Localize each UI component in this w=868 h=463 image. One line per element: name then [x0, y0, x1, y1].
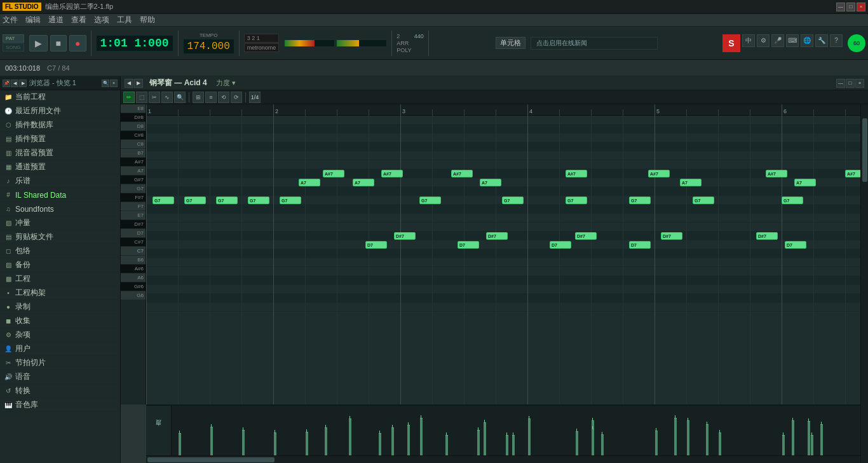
- sidebar-item-collect[interactable]: ◼收集: [0, 314, 120, 328]
- note-17[interactable]: G7: [566, 197, 587, 204]
- sidebar-item-speech[interactable]: 🔊语音: [0, 370, 120, 384]
- v-scroll-thumb[interactable]: [862, 118, 867, 182]
- zoom-tool[interactable]: 🔍: [174, 92, 186, 103]
- piano-key-Gs6[interactable]: G#6: [121, 282, 146, 291]
- piano-key-A6[interactable]: A6: [121, 273, 146, 282]
- chinese-input[interactable]: 中: [742, 34, 755, 47]
- erase-tool[interactable]: ✂: [149, 92, 160, 103]
- note-5[interactable]: A7: [299, 179, 320, 186]
- snap-button[interactable]: ⊞: [193, 92, 204, 103]
- piano-key-Ds7[interactable]: D#7: [121, 220, 146, 229]
- piano-key-Ds8[interactable]: D#8: [121, 113, 146, 122]
- note-10[interactable]: D#7: [394, 232, 416, 240]
- unit-selector[interactable]: 单元格: [496, 37, 526, 49]
- close-button[interactable]: ×: [857, 3, 865, 11]
- sidebar-nav-right[interactable]: ▶: [19, 79, 27, 87]
- pr-max-button[interactable]: □: [846, 79, 855, 88]
- piano-key-As6[interactable]: A#6: [121, 265, 146, 273]
- minimize-button[interactable]: —: [836, 3, 845, 11]
- sidebar-item-project-arch[interactable]: ▪工程构架: [0, 286, 120, 300]
- note-15[interactable]: D#7: [486, 232, 508, 240]
- sidebar-item-clipboard-files[interactable]: ▤剪贴板文件: [0, 230, 120, 244]
- note-7[interactable]: A7: [353, 179, 374, 186]
- menu-help[interactable]: 帮助: [140, 15, 155, 25]
- piano-key-E7[interactable]: E7: [121, 211, 146, 220]
- sidebar-item-backlog[interactable]: ▧冲量: [0, 216, 120, 230]
- redo-button[interactable]: ⟳: [231, 92, 242, 103]
- note-11[interactable]: G7: [419, 197, 441, 204]
- piano-key-Cs7[interactable]: C#7: [121, 238, 146, 247]
- menu-tools[interactable]: 工具: [117, 15, 132, 25]
- note-grid[interactable]: 123456 G7G7G7G7G7A7A#7A7A#7D7D#7G7A#7A7D…: [146, 104, 860, 404]
- piano-key-D8[interactable]: D8: [121, 122, 146, 131]
- note-31[interactable]: D7: [785, 241, 806, 249]
- piano-key-B7[interactable]: B7: [121, 149, 146, 158]
- settings-icon[interactable]: ⚙: [757, 34, 770, 47]
- sidebar-item-il-shared-data[interactable]: #IL Shared Data: [0, 188, 120, 202]
- piano-key-E8[interactable]: E8: [121, 104, 146, 113]
- detuning-tool[interactable]: ∿: [161, 92, 173, 103]
- pr-scrollbar-h[interactable]: [146, 455, 860, 463]
- maximize-button[interactable]: □: [846, 3, 855, 11]
- note-30[interactable]: D#7: [756, 232, 778, 240]
- h-scroll-thumb[interactable]: [147, 457, 275, 462]
- menu-edit[interactable]: 编辑: [25, 15, 41, 25]
- note-9[interactable]: D7: [365, 241, 387, 249]
- sidebar-item-convert[interactable]: ↺转换: [0, 384, 120, 398]
- menu-channel[interactable]: 通道: [48, 15, 64, 25]
- menu-options[interactable]: 选项: [94, 15, 109, 25]
- piano-key-C7[interactable]: C7: [121, 247, 146, 256]
- note-0[interactable]: G7: [153, 197, 174, 204]
- grid-snap-button[interactable]: 1/4: [249, 92, 261, 103]
- sidebar-item-users[interactable]: 👤用户: [0, 342, 120, 356]
- sidebar-item-project[interactable]: ▩工程: [0, 272, 120, 286]
- online-news[interactable]: 点击启用在线新闻: [531, 37, 658, 50]
- piano-key-G7[interactable]: G7: [121, 184, 146, 193]
- pr-scrollbar-v[interactable]: [860, 104, 868, 463]
- note-1[interactable]: G7: [184, 197, 206, 204]
- note-21[interactable]: G7: [629, 197, 651, 204]
- play-button[interactable]: ▶: [29, 35, 48, 52]
- piano-key-Fs7[interactable]: F#7: [121, 193, 146, 202]
- sidebar-item-plugin-db[interactable]: ⬡插件数据库: [0, 118, 120, 132]
- select-tool[interactable]: ⬚: [136, 92, 147, 103]
- note-29[interactable]: A7: [794, 179, 816, 186]
- draw-tool[interactable]: ✏: [123, 92, 135, 103]
- sidebar-item-soundfonts[interactable]: ♫Soundfonts: [0, 202, 120, 216]
- pr-min-button[interactable]: —: [836, 79, 845, 88]
- quantize-button[interactable]: ≡: [205, 92, 217, 103]
- song-indicator[interactable]: SONG: [3, 43, 24, 52]
- record-button[interactable]: ●: [69, 35, 86, 52]
- sidebar-item-packages[interactable]: ◻包络: [0, 244, 120, 258]
- sidebar-item-mixer-presets[interactable]: ▥混音器预置: [0, 146, 120, 160]
- pr-prev-button[interactable]: ◀: [125, 79, 133, 88]
- note-20[interactable]: D#7: [575, 232, 597, 240]
- tools-icon[interactable]: 🔧: [815, 34, 828, 47]
- note-16[interactable]: G7: [502, 197, 524, 204]
- note-32[interactable]: A#7: [845, 170, 860, 177]
- note-6[interactable]: A#7: [323, 170, 344, 177]
- piano-key-Cs8[interactable]: C#8: [121, 131, 146, 140]
- piano-key-G6[interactable]: G6: [121, 291, 146, 300]
- sidebar-item-recording[interactable]: ●录制: [0, 300, 120, 314]
- piano-key-Gs7[interactable]: G#7: [121, 176, 146, 184]
- sidebar-close-button[interactable]: ×: [110, 79, 118, 87]
- note-4[interactable]: G7: [280, 197, 301, 204]
- sidebar-item-beat-clips[interactable]: ✂节拍切片: [0, 356, 120, 370]
- network-icon[interactable]: 🌐: [801, 34, 813, 47]
- pr-close-button[interactable]: ×: [855, 79, 864, 88]
- note-28[interactable]: A#7: [766, 170, 787, 177]
- keyboard-icon[interactable]: ⌨: [786, 34, 799, 47]
- sidebar-item-misc[interactable]: ⚙杂项: [0, 328, 120, 342]
- sidebar-item-current-project[interactable]: 📁当前工程: [0, 90, 120, 104]
- sidebar-nav-left[interactable]: ◀: [11, 79, 18, 87]
- note-12[interactable]: A#7: [451, 170, 473, 177]
- note-19[interactable]: D7: [550, 241, 571, 249]
- pat-indicator[interactable]: PAT: [3, 34, 24, 43]
- note-13[interactable]: A7: [480, 179, 501, 186]
- note-26[interactable]: G7: [693, 197, 714, 204]
- mic-icon[interactable]: 🎤: [771, 34, 784, 47]
- note-23[interactable]: A7: [680, 179, 702, 186]
- note-27[interactable]: G7: [782, 197, 803, 204]
- note-8[interactable]: A#7: [381, 170, 403, 177]
